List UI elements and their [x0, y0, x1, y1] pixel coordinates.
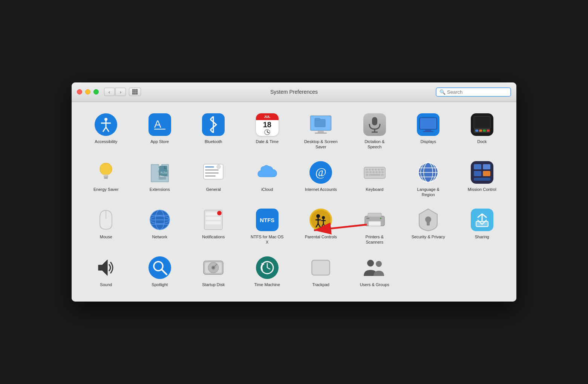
svg-rect-86: [206, 221, 221, 224]
svg-rect-26: [474, 116, 490, 128]
svg-rect-61: [366, 174, 368, 176]
keyboard-label: Keyboard: [366, 187, 383, 192]
pref-sharing[interactable]: Sharing: [457, 205, 508, 248]
pref-network[interactable]: Network: [135, 205, 185, 248]
language-label: Language & Region: [411, 187, 445, 198]
pref-timemachine[interactable]: Time Machine: [242, 253, 293, 290]
svg-text:New..: New..: [160, 175, 167, 177]
svg-rect-52: [378, 169, 380, 171]
close-button[interactable]: [77, 89, 82, 94]
forward-button[interactable]: ›: [115, 88, 126, 96]
grid-icon: [132, 89, 138, 94]
svg-rect-43: [205, 172, 219, 174]
pref-appstore[interactable]: A App Store: [135, 110, 185, 153]
pref-general[interactable]: General: [188, 157, 239, 201]
svg-rect-59: [381, 171, 384, 173]
pref-sound[interactable]: Sound: [81, 253, 132, 290]
parental-icon: [309, 208, 333, 232]
pref-users[interactable]: Users & Groups: [349, 253, 400, 290]
search-box[interactable]: 🔍: [436, 87, 511, 97]
svg-rect-118: [312, 261, 329, 274]
svg-rect-53: [381, 169, 384, 171]
pref-mouse[interactable]: Mouse: [81, 205, 132, 248]
startup-label: Startup Disk: [202, 282, 225, 287]
startup-icon: [201, 256, 225, 280]
preferences-content: Accessibility A App Store: [72, 102, 516, 302]
pref-energy[interactable]: Energy Saver: [81, 157, 132, 201]
svg-line-92: [318, 224, 320, 227]
svg-line-12: [267, 132, 269, 133]
nav-buttons: ‹ ›: [104, 88, 126, 96]
pref-extensions[interactable]: File New.. Extensions: [135, 157, 185, 201]
pref-dictation[interactable]: Dictation & Speech: [349, 110, 400, 153]
trackpad-icon: [309, 256, 333, 280]
keyboard-icon: [363, 160, 387, 184]
svg-rect-54: [366, 171, 369, 173]
pref-ntfs[interactable]: NTFS NTFS for Mac OS X: [242, 205, 293, 248]
accessibility-icon: [94, 113, 118, 137]
spotlight-label: Spotlight: [152, 282, 168, 287]
pref-language[interactable]: Language & Region: [403, 157, 454, 201]
svg-rect-30: [483, 130, 486, 132]
icons-grid: Accessibility A App Store: [81, 110, 507, 290]
svg-rect-41: [205, 166, 214, 168]
svg-line-97: [323, 224, 325, 227]
pref-desktop[interactable]: Desktop & Screen Saver: [296, 110, 346, 153]
svg-rect-17: [315, 119, 325, 127]
svg-rect-31: [487, 130, 490, 132]
datetime-label: Date & Time: [256, 139, 279, 144]
svg-line-5: [103, 127, 106, 132]
extensions-label: Extensions: [150, 187, 170, 192]
general-label: General: [206, 187, 221, 192]
svg-rect-16: [315, 133, 327, 134]
general-icon: [201, 160, 225, 184]
svg-point-93: [322, 216, 325, 219]
grid-view-button[interactable]: [129, 88, 141, 96]
pref-accessibility[interactable]: Accessibility: [81, 110, 132, 153]
pref-keyboard[interactable]: Keyboard: [349, 157, 400, 201]
datetime-icon: JUL 18: [255, 113, 279, 137]
system-preferences-window: ‹ › System Preferences 🔍: [72, 82, 516, 302]
maximize-button[interactable]: [93, 89, 99, 94]
traffic-lights: [77, 89, 99, 94]
mission-label: Mission Control: [468, 187, 496, 192]
back-button[interactable]: ‹: [104, 88, 115, 96]
pref-printers[interactable]: Printers & Scanners: [349, 205, 400, 248]
svg-rect-19: [372, 117, 377, 125]
notifications-icon: [201, 208, 225, 232]
pref-icloud[interactable]: iCloud: [242, 157, 293, 201]
pref-datetime[interactable]: JUL 18 Date & Time: [242, 110, 293, 153]
svg-rect-29: [479, 130, 482, 132]
ntfs-icon: NTFS: [255, 208, 279, 232]
minimize-button[interactable]: [85, 89, 90, 94]
pref-parental[interactable]: Parental Controls: [296, 205, 346, 248]
pref-notifications[interactable]: Notifications: [188, 205, 239, 248]
svg-rect-44: [205, 175, 216, 177]
timemachine-label: Time Machine: [254, 282, 280, 287]
svg-rect-73: [483, 171, 490, 176]
displays-icon: [416, 113, 440, 137]
pref-spotlight[interactable]: Spotlight: [135, 253, 185, 290]
svg-text:File: File: [161, 171, 167, 174]
pref-internet[interactable]: @ Internet Accounts: [296, 157, 346, 201]
icloud-icon: [255, 160, 279, 184]
pref-dock[interactable]: Dock: [457, 110, 508, 153]
pref-displays[interactable]: Displays: [403, 110, 454, 153]
pref-startup[interactable]: Startup Disk: [188, 253, 239, 290]
pref-bluetooth[interactable]: Bluetooth: [188, 110, 239, 153]
security-icon: [416, 208, 440, 232]
pref-mission[interactable]: Mission Control: [457, 157, 508, 201]
search-icon: 🔍: [439, 89, 446, 95]
svg-rect-101: [366, 218, 369, 219]
sharing-label: Sharing: [475, 234, 489, 239]
svg-rect-104: [427, 221, 430, 226]
pref-security[interactable]: Security & Privacy: [403, 205, 454, 248]
users-icon: [363, 256, 387, 280]
search-input[interactable]: [447, 89, 507, 95]
parental-label: Parental Controls: [305, 234, 337, 239]
svg-rect-56: [372, 171, 375, 173]
ntfs-label: NTFS for Mac OS X: [250, 234, 284, 245]
dock-label: Dock: [477, 139, 487, 144]
appstore-label: App Store: [150, 139, 169, 144]
pref-trackpad[interactable]: Trackpad: [296, 253, 346, 290]
